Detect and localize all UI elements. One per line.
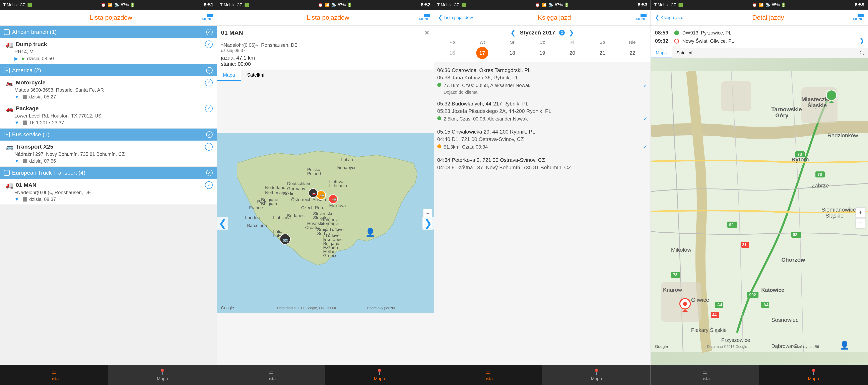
time-4: 8:59 <box>855 2 864 8</box>
status-bar-4: T-Mobile CZ 🟩 ⏰ 📶 📡 85% 🔋 8:59 <box>651 0 868 10</box>
nav-lista-2[interactable]: ☰ Lista <box>217 365 326 385</box>
menu-button-1[interactable]: MENU <box>202 14 213 21</box>
group-america[interactable]: − America (2) ✓ <box>0 64 217 76</box>
page-title-4: Detal jazdy <box>683 14 853 21</box>
cal-date-22[interactable]: 22 <box>626 47 638 59</box>
menu-button-2[interactable]: MENU <box>419 14 430 21</box>
menu-button-4[interactable]: MENU <box>853 14 864 21</box>
group-check-african[interactable]: ✓ <box>206 29 213 35</box>
cal-date-18[interactable]: 18 <box>506 47 518 59</box>
map-nav-left-2[interactable]: ❮ <box>217 217 228 230</box>
vehicle-info-man: »Nadelöhr(0.06)«, Ronshausen, DE <box>6 190 213 195</box>
vehicle-check-bus[interactable]: ✓ <box>205 143 213 151</box>
day-sr: Śr <box>506 40 518 45</box>
map-nav-right-2[interactable]: ❯ <box>423 217 434 230</box>
cal-next[interactable]: ❯ <box>569 29 574 36</box>
group-check-bus[interactable]: ✓ <box>206 131 213 138</box>
nav-lista-1[interactable]: ☰ Lista <box>0 365 108 385</box>
vehicle-check-dump[interactable]: ✓ <box>205 40 213 48</box>
nav-mapa-3[interactable]: 📍 Mapa <box>542 365 651 385</box>
menu-button-3[interactable]: MENU <box>636 14 647 21</box>
cal-date-20[interactable]: 20 <box>566 47 578 59</box>
wifi-icon: 📶 <box>107 2 113 7</box>
expand-icon-pkg[interactable]: ▼ <box>14 120 19 126</box>
cal-date-19[interactable]: 19 <box>536 47 548 59</box>
vehicle-package[interactable]: 🚗 Package ✓ Lower Level Rd, Houston, TX … <box>0 102 217 128</box>
mapa-label-1: Mapa <box>157 376 168 381</box>
nav-lista-4[interactable]: ☰ Lista <box>651 365 759 385</box>
fullscreen-btn-4[interactable]: ⛶ <box>857 48 868 58</box>
back-btn-4[interactable]: ❮ Księga jazd <box>655 14 683 21</box>
lista-icon-4: ☰ <box>703 369 708 375</box>
nav-mapa-2[interactable]: 📍 Mapa <box>326 365 434 385</box>
vehicle-motorcycle[interactable]: 🏍️ Motorcycle ✓ Mattos 3600-3698, Rosari… <box>0 76 217 102</box>
page-title-1: Lista pojazdów <box>20 14 202 21</box>
svg-text:Podmínky použití: Podmínky použití <box>792 345 819 349</box>
tab-satelitni-2[interactable]: Satelitní <box>241 70 271 81</box>
svg-text:Barcelona: Barcelona <box>247 223 267 228</box>
svg-text:44: 44 <box>712 313 717 317</box>
collapse-btn[interactable]: − <box>4 29 10 35</box>
detail-map[interactable]: Tarnowskie Góry Miasteczko Śląskie Radzi… <box>651 58 868 365</box>
vehicle-transport-x25[interactable]: 🚌 Transport X25 ✓ Nádražní 297, Nový Boh… <box>0 140 217 166</box>
status-bar-1: T-Mobile CZ 🟩 ⏰ 📶 📡 87% 🔋 8:51 <box>0 0 217 10</box>
svg-text:94: 94 <box>729 222 734 227</box>
vehicle-list-1: − African branch (1) ✓ 🚛 Dump truck ✓ RR… <box>0 26 217 365</box>
journey-dot-start <box>674 30 679 35</box>
group-african-branch[interactable]: − African branch (1) ✓ <box>0 26 217 38</box>
svg-text:Zabrze: Zabrze <box>811 183 829 189</box>
log-entry-3[interactable]: 05:15 Chwałowicka 29, 44-200 Rybnik, PL … <box>437 126 648 154</box>
bottom-nav-2: ☰ Lista 📍 Mapa <box>217 365 434 385</box>
vehicle-name-dump: Dump truck <box>16 41 47 47</box>
vehicle-01-man[interactable]: 🚛 01 MAN ✓ »Nadelöhr(0.06)«, Ronshausen,… <box>0 179 217 205</box>
svg-text:Data map ©2017 Google, ORION-M: Data map ©2017 Google, ORION-ME <box>277 306 337 310</box>
cal-date-21[interactable]: 21 <box>596 47 609 59</box>
expand-icon-man[interactable]: ▼ <box>14 196 19 202</box>
nav-lista-3[interactable]: ☰ Lista <box>434 365 542 385</box>
back-btn-3[interactable]: ❮ Lista pojazdów <box>438 14 473 21</box>
journey-info: ❮ 08:59 DW913, Pyrzowice, PL ❯ 09:32 Now… <box>651 26 868 48</box>
group-check-america[interactable]: ✓ <box>206 67 213 73</box>
signal-icon-3: 📡 <box>548 2 553 7</box>
vehicle-dump-truck[interactable]: 🚛 Dump truck ✓ RR14, ML ▶ ▶ dzisiaj 08:5… <box>0 38 217 64</box>
collapse-btn-eur[interactable]: − <box>4 170 10 175</box>
group-check-eur[interactable]: ✓ <box>206 170 213 176</box>
group-european-truck[interactable]: − European Truck Transport (4) ✓ <box>0 167 217 179</box>
tab-mapa-2[interactable]: Mapa <box>217 70 241 81</box>
vehicle-check-pkg[interactable]: ✓ <box>205 105 213 112</box>
log-check-3[interactable]: ✓ <box>643 144 647 150</box>
log-entry-1[interactable]: 06:36 Ożarowice, Okres Tarnogórski, PL 0… <box>437 64 648 98</box>
map-area-2[interactable]: ❮ ❯ Nederland Netherlands Belgique Belgi… <box>217 81 434 365</box>
cal-date-17[interactable]: 17 <box>476 47 488 59</box>
expand-icon-moto[interactable]: ▼ <box>14 94 19 100</box>
nav-mapa-1[interactable]: 📍 Mapa <box>108 365 217 385</box>
log-entry-2[interactable]: 05:32 Budowlanych, 44-217 Rybnik, PL 05:… <box>437 98 648 126</box>
svg-text:78: 78 <box>817 172 822 177</box>
log-entry-4[interactable]: 04:34 Peterkova 2, 721 00 Ostrava-Svinov… <box>437 154 648 175</box>
detail-map-svg: Tarnowskie Góry Miasteczko Śląskie Radzi… <box>651 58 868 365</box>
nav-mapa-4[interactable]: 📍 Mapa <box>759 365 868 385</box>
tab-satelitni-4[interactable]: Satelitní <box>672 48 697 58</box>
tab-mapa-4[interactable]: Mapa <box>651 48 672 58</box>
expand-icon[interactable]: ▶ <box>14 56 18 61</box>
wifi-icon-2: 📶 <box>324 2 330 7</box>
svg-text:78: 78 <box>797 152 802 157</box>
svg-rect-58 <box>721 81 751 111</box>
vehicle-check-man[interactable]: ✓ <box>205 181 213 189</box>
expand-icon-bus[interactable]: ▼ <box>14 158 19 164</box>
close-btn-2[interactable]: ✕ <box>424 29 430 36</box>
svg-text:🚛: 🚛 <box>331 197 336 201</box>
day-po: Po <box>446 40 458 45</box>
collapse-btn-america[interactable]: − <box>4 68 10 73</box>
log-dot-2 <box>437 116 441 120</box>
group-bus-service[interactable]: − Bus service (1) ✓ <box>0 129 217 140</box>
back-label-3: Lista pojazdów <box>444 15 473 20</box>
log-check-2[interactable]: ✓ <box>643 116 647 122</box>
cal-date-16[interactable]: 16 <box>446 47 458 59</box>
cal-prev[interactable]: ❮ <box>510 29 516 36</box>
collapse-btn-bus[interactable]: − <box>4 132 10 137</box>
status-icon-bus <box>23 159 27 163</box>
journey-nav-right[interactable]: ❯ <box>859 37 864 44</box>
log-check-1[interactable]: ✓ <box>643 83 647 88</box>
vehicle-check-moto[interactable]: ✓ <box>205 79 213 87</box>
